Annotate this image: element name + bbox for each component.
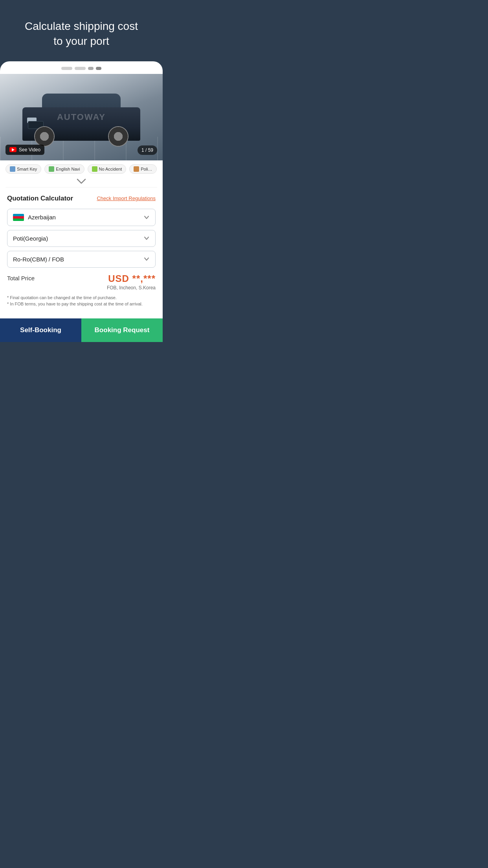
shipping-select[interactable]: Ro-Ro(CBM) / FOB bbox=[7, 251, 156, 268]
feature-label-4: Poli… bbox=[141, 167, 152, 171]
expand-strip[interactable] bbox=[0, 178, 163, 187]
chevron-down-icon bbox=[143, 256, 150, 262]
self-booking-button[interactable]: Self-Booking bbox=[0, 318, 81, 342]
wheel-left-icon bbox=[34, 126, 55, 147]
header-section: Calculate shipping cost to your port bbox=[0, 0, 163, 61]
dot-4 bbox=[96, 67, 101, 70]
chevron-down-icon bbox=[143, 214, 150, 221]
see-video-label: See Video bbox=[19, 147, 40, 153]
calc-header: Quotation Calculator Check Import Regula… bbox=[7, 195, 156, 202]
total-price-row: Total Price USD **,*** FOB, Incheon, S.K… bbox=[7, 273, 156, 291]
check-import-link[interactable]: Check Import Regulations bbox=[97, 195, 156, 201]
image-counter: 1 / 59 bbox=[138, 145, 157, 155]
feature-english-navi: English Navi bbox=[44, 164, 84, 174]
no-accident-icon bbox=[92, 166, 97, 172]
country-value: Azerbaijan bbox=[28, 214, 56, 221]
smart-key-icon bbox=[10, 166, 15, 172]
total-price-right: USD **,*** FOB, Incheon, S.Korea bbox=[107, 273, 156, 291]
page-title: Calculate shipping cost to your port bbox=[9, 19, 153, 49]
total-price-label: Total Price bbox=[7, 273, 35, 281]
flag-green-stripe bbox=[13, 219, 24, 221]
shipping-value: Ro-Ro(CBM) / FOB bbox=[13, 256, 64, 263]
youtube-icon bbox=[9, 147, 17, 152]
feature-label-2: English Navi bbox=[56, 167, 80, 171]
price-value: USD **,*** bbox=[107, 273, 156, 284]
feature-label-1: Smart Key bbox=[17, 167, 37, 171]
feature-smart-key: Smart Key bbox=[6, 164, 41, 174]
car-image-container: AUTOWAY See Video 1 / 59 bbox=[0, 74, 163, 160]
navi-icon bbox=[49, 166, 54, 172]
play-icon bbox=[12, 148, 15, 151]
disclaimer-line1: * Final quotation can be changed at the … bbox=[7, 294, 156, 301]
dot-2 bbox=[75, 67, 86, 70]
feature-poli: Poli… bbox=[129, 164, 156, 174]
pagination-dots bbox=[0, 61, 163, 74]
booking-request-button[interactable]: Booking Request bbox=[81, 318, 163, 342]
disclaimer-line2: * In FOB terms, you have to pay the ship… bbox=[7, 301, 156, 307]
watermark: AUTOWAY bbox=[57, 112, 106, 122]
chevron-down-icon bbox=[143, 235, 150, 241]
disclaimer: * Final quotation can be changed at the … bbox=[7, 294, 156, 314]
feature-label-3: No Accident bbox=[99, 167, 122, 171]
features-strip: Smart Key English Navi No Accident Poli… bbox=[0, 160, 163, 178]
price-location: FOB, Incheon, S.Korea bbox=[107, 285, 156, 291]
port-select-left: Poti(Georgia) bbox=[13, 235, 48, 242]
main-card: AUTOWAY See Video 1 / 59 Smart Key Engli… bbox=[0, 61, 163, 342]
bottom-buttons: Self-Booking Booking Request bbox=[0, 318, 163, 342]
flag-azerbaijan bbox=[13, 214, 24, 221]
country-select-left: Azerbaijan bbox=[13, 214, 56, 221]
calc-title: Quotation Calculator bbox=[7, 195, 73, 202]
port-value: Poti(Georgia) bbox=[13, 235, 48, 242]
chevron-down-icon bbox=[77, 178, 86, 184]
see-video-button[interactable]: See Video bbox=[6, 145, 44, 155]
wheel-right-icon bbox=[108, 126, 128, 147]
country-select[interactable]: Azerbaijan bbox=[7, 209, 156, 226]
dot-1 bbox=[61, 67, 72, 70]
port-select[interactable]: Poti(Georgia) bbox=[7, 230, 156, 247]
calculator-section: Quotation Calculator Check Import Regula… bbox=[0, 188, 163, 318]
shipping-select-left: Ro-Ro(CBM) / FOB bbox=[13, 256, 64, 263]
feature-no-accident: No Accident bbox=[88, 164, 127, 174]
poli-icon bbox=[134, 166, 139, 172]
dot-3 bbox=[88, 67, 94, 70]
